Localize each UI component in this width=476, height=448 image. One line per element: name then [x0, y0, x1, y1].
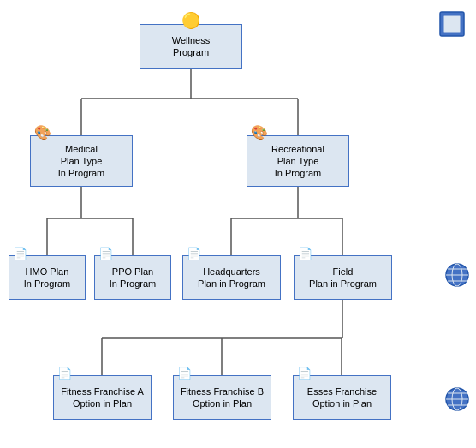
wellness-icon: 🟡 [181, 11, 200, 31]
medical-label: Medical Plan Type In Program [58, 143, 104, 180]
recreational-icon: 🎨 [251, 124, 268, 142]
fitness-b-icon: 📄 [177, 366, 192, 381]
ppo-node: 📄 PPO Plan In Program [94, 255, 171, 300]
field-label: Field Plan in Program [309, 266, 377, 290]
wellness-label: Wellness Program [172, 34, 210, 59]
medical-node: 🎨 Medical Plan Type In Program [30, 135, 133, 187]
field-icon: 📄 [298, 246, 312, 261]
cylinder-decoration [437, 9, 467, 41]
field-node: 📄 Field Plan in Program [294, 255, 392, 300]
ppo-icon: 📄 [98, 246, 113, 261]
hmo-node: 📄 HMO Plan In Program [9, 255, 86, 300]
esses-label: Esses Franchise Option in Plan [307, 385, 377, 410]
esses-icon: 📄 [297, 366, 312, 381]
wellness-node: 🟡 Wellness Program [140, 24, 242, 69]
fitness-a-label: Fitness Franchise A Option in Plan [61, 385, 144, 410]
fitness-b-label: Fitness Franchise B Option in Plan [181, 385, 264, 410]
fitness-a-icon: 📄 [57, 366, 72, 381]
svg-rect-18 [443, 15, 461, 33]
headquarters-node: 📄 Headquarters Plan in Program [182, 255, 281, 300]
diagram-container: 🟡 Wellness Program 🎨 Medical Plan Type I… [0, 0, 476, 448]
fitness-b-node: 📄 Fitness Franchise B Option in Plan [173, 375, 271, 420]
ppo-label: PPO Plan In Program [110, 266, 156, 290]
headquarters-label: Headquarters Plan in Program [198, 266, 265, 290]
recreational-label: Recreational Plan Type In Program [271, 143, 324, 180]
recreational-node: 🎨 Recreational Plan Type In Program [247, 135, 349, 187]
fitness-a-node: 📄 Fitness Franchise A Option in Plan [53, 375, 152, 420]
headquarters-icon: 📄 [187, 246, 201, 261]
esses-node: 📄 Esses Franchise Option in Plan [293, 375, 391, 420]
globe-decoration-esses [443, 385, 471, 415]
hmo-icon: 📄 [13, 246, 27, 261]
globe-decoration-field [443, 261, 471, 290]
medical-icon: 🎨 [34, 124, 51, 142]
hmo-label: HMO Plan In Program [24, 266, 70, 290]
